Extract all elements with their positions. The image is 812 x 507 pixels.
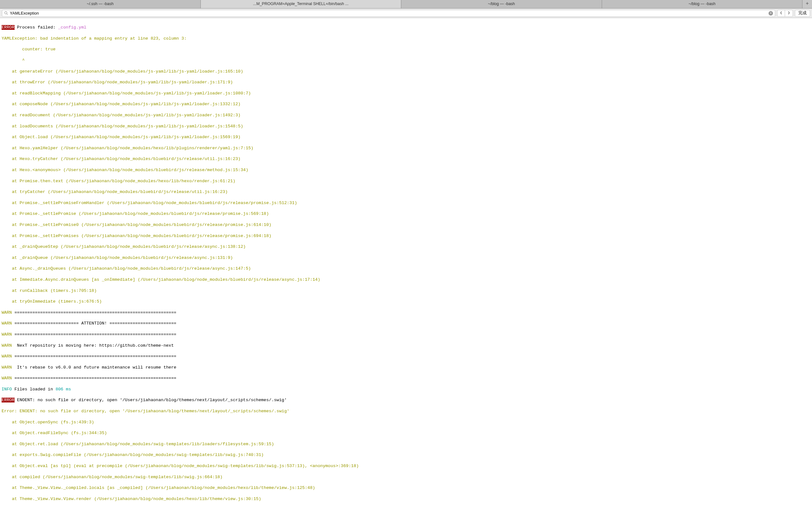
- svg-line-1: [7, 14, 8, 14]
- warn-text: ========================================…: [12, 332, 176, 337]
- tab-ssh[interactable]: ~/.ssh — -bash: [0, 0, 201, 8]
- trace-line: at Promise._settlePromise (/Users/jiahao…: [2, 211, 810, 216]
- tab-label: ~/blog — -bash: [689, 1, 716, 7]
- warn-line: WARN NexT repository is moving here: htt…: [2, 343, 810, 348]
- tab-label: ~/blog — -bash: [488, 1, 515, 7]
- trace-line: at tryOnImmediate (timers.js:676:5): [2, 299, 810, 304]
- trace-line: at _drainQueue (/Users/jiahaonan/blog/no…: [2, 255, 810, 261]
- error-prefix: Process failed:: [14, 25, 58, 30]
- warn-text: NexT repository is moving here: https://…: [12, 343, 173, 348]
- search-nav-group: ❮ ❯: [777, 10, 793, 17]
- search-done-button[interactable]: 完成: [795, 10, 810, 17]
- clear-search-icon[interactable]: ✕: [768, 11, 773, 15]
- add-tab-button[interactable]: +: [803, 0, 812, 8]
- info-badge: INFO: [2, 387, 12, 392]
- trace-line: at generateError (/Users/jiahaonan/blog/…: [2, 69, 810, 74]
- yaml-exception-msg: YAMLException: bad indentation of a mapp…: [2, 36, 810, 41]
- trace-line: at loadDocuments (/Users/jiahaonan/blog/…: [2, 124, 810, 129]
- error-line: ERROR Process failed: _config.yml: [2, 25, 810, 30]
- trace-line: at Theme._View.View.View.render (/Users/…: [2, 496, 810, 502]
- warn-text: ========================================…: [12, 376, 176, 381]
- svg-point-0: [5, 12, 7, 14]
- warn-badge: WARN: [2, 321, 12, 326]
- trace-line: at exports.Swig.compileFile (/Users/jiah…: [2, 452, 810, 458]
- warn-line: WARN ===================================…: [2, 332, 810, 337]
- trace-line: at Object.eval [as tpl] (eval at precomp…: [2, 463, 810, 469]
- trace-line: at throwError (/Users/jiahaonan/blog/nod…: [2, 79, 810, 85]
- warn-line: WARN It's rebase to v6.0.0 and future ma…: [2, 365, 810, 370]
- search-bar: ✕ ❮ ❯ 完成: [0, 9, 812, 18]
- warn-text: It's rebase to v6.0.0 and future mainten…: [12, 365, 176, 370]
- trace-line: at Object.ret.load (/Users/jiahaonan/blo…: [2, 441, 810, 447]
- warn-badge: WARN: [2, 332, 12, 337]
- error-badge: ERROR: [2, 25, 14, 30]
- search-next-button[interactable]: ❯: [785, 10, 793, 16]
- warn-line: WARN ===================================…: [2, 310, 810, 315]
- trace-line: at Object.load (/Users/jiahaonan/blog/no…: [2, 134, 810, 140]
- trace-line: at Immediate.Async.drainQueues [as _onIm…: [2, 277, 810, 282]
- trace-line: at Object.readFileSync (fs.js:344:35): [2, 430, 810, 436]
- warn-badge: WARN: [2, 354, 12, 359]
- tab-terminal-program[interactable]: ...M_PROGRAM=Apple_Terminal SHELL=/bin/b…: [201, 0, 402, 8]
- trace-line: at compiled (/Users/jiahaonan/blog/node_…: [2, 474, 810, 480]
- error-detail: Error: ENOENT: no such file or directory…: [2, 408, 810, 414]
- trace-line: at Promise._settlePromiseFromHandler (/U…: [2, 200, 810, 206]
- trace-line: at Promise._settlePromises (/Users/jiaha…: [2, 233, 810, 239]
- trace-line: at Hexo.tryCatcher (/Users/jiahaonan/blo…: [2, 156, 810, 162]
- error-badge: ERROR: [2, 398, 14, 402]
- yaml-snippet: counter: true: [2, 47, 810, 52]
- trace-line: at tryCatcher (/Users/jiahaonan/blog/nod…: [2, 189, 810, 194]
- tab-blog-1[interactable]: ~/blog — -bash: [401, 0, 602, 8]
- trace-line: at _drainQueueStep (/Users/jiahaonan/blo…: [2, 244, 810, 249]
- warn-line: WARN ===================================…: [2, 354, 810, 359]
- info-prefix: Files loaded in: [12, 387, 55, 392]
- terminal-output[interactable]: ERROR Process failed: _config.yml YAMLEx…: [0, 18, 812, 507]
- trace-line: at readDocument (/Users/jiahaonan/blog/n…: [2, 112, 810, 118]
- trace-line: at Promise._settlePromise0 (/Users/jiaha…: [2, 222, 810, 228]
- trace-line: at Async._drainQueues (/Users/jiahaonan/…: [2, 266, 810, 271]
- info-line: INFO Files loaded in 806 ms: [2, 387, 810, 392]
- warn-text: ========================= ATTENTION! ===…: [12, 321, 176, 326]
- warn-badge: WARN: [2, 343, 12, 348]
- warn-line: WARN ========================= ATTENTION…: [2, 321, 810, 326]
- warn-line: WARN ===================================…: [2, 376, 810, 381]
- trace-line: at Promise.then.text (/Users/jiahaonan/b…: [2, 178, 810, 184]
- trace-line: at Hexo.yamlHelper (/Users/jiahaonan/blo…: [2, 146, 810, 151]
- search-prev-button[interactable]: ❮: [777, 10, 785, 16]
- error-line: ERROR ENOENT: no such file or directory,…: [2, 397, 810, 403]
- search-input[interactable]: [10, 11, 768, 15]
- warn-badge: WARN: [2, 365, 12, 370]
- warn-badge: WARN: [2, 310, 12, 315]
- trace-line: at runCallback (timers.js:705:18): [2, 288, 810, 293]
- tab-bar: ~/.ssh — -bash ...M_PROGRAM=Apple_Termin…: [0, 0, 812, 9]
- trace-line: at Theme._View.View._compiled.locals [as…: [2, 485, 810, 491]
- error-msg: ENOENT: no such file or directory, open …: [14, 398, 287, 402]
- trace-line: at readBlockMapping (/Users/jiahaonan/bl…: [2, 91, 810, 96]
- search-icon: [4, 11, 8, 15]
- tab-label: ...M_PROGRAM=Apple_Terminal SHELL=/bin/b…: [253, 1, 349, 7]
- search-field[interactable]: ✕: [2, 10, 775, 17]
- trace-line: at composeNode (/Users/jiahaonan/blog/no…: [2, 101, 810, 107]
- warn-text: ========================================…: [12, 354, 176, 359]
- warn-text: ========================================…: [12, 310, 176, 315]
- trace-line: at Object.openSync (fs.js:439:3): [2, 419, 810, 425]
- tab-label: ~/.ssh — -bash: [87, 1, 113, 7]
- error-file: _config.yml: [58, 25, 86, 30]
- trace-line: at Hexo.<anonymous> (/Users/jiahaonan/bl…: [2, 167, 810, 173]
- tab-blog-2[interactable]: ~/blog — -bash: [602, 0, 803, 8]
- load-time: 806 ms: [55, 387, 71, 392]
- yaml-caret: ^: [2, 58, 810, 63]
- warn-badge: WARN: [2, 376, 12, 381]
